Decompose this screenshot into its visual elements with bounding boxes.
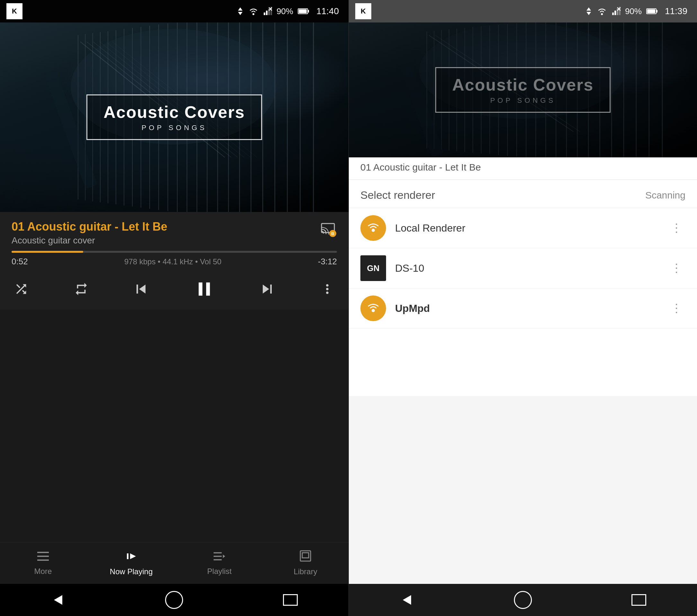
repeat-button[interactable] <box>72 280 91 299</box>
battery-icon-right <box>646 8 658 15</box>
next-button[interactable] <box>257 280 277 299</box>
renderer-item-ds10[interactable]: GN DS-10 ⋮ <box>349 248 697 288</box>
svg-rect-27 <box>213 559 222 560</box>
back-button-right[interactable] <box>396 589 418 611</box>
playlist-nav-icon <box>213 551 225 564</box>
now-playing-screen: K 90% <box>0 0 348 616</box>
album-title-left: Acoustic Covers <box>103 103 245 122</box>
nav-library[interactable]: Library <box>286 550 325 576</box>
more-options-button[interactable] <box>318 280 337 299</box>
home-button-right[interactable] <box>512 589 534 611</box>
broadcast-icon-upmpd <box>366 301 381 316</box>
renderer-list: Local Renderer ⋮ GN DS-10 ⋮ UpMpd ⋮ <box>349 208 697 396</box>
more-vert-icon <box>320 282 335 297</box>
ds10-more[interactable]: ⋮ <box>667 258 685 278</box>
renderer-header: Select renderer Scanning <box>349 180 697 208</box>
album-art-right: Acoustic Covers POP SONGS <box>349 22 697 157</box>
track-artist: Acoustic guitar cover <box>12 236 167 246</box>
local-renderer-name: Local Renderer <box>395 222 667 234</box>
upmpd-more[interactable]: ⋮ <box>667 298 685 318</box>
renderer-item-local[interactable]: Local Renderer ⋮ <box>349 208 697 248</box>
renderer-title: Select renderer <box>360 189 435 201</box>
svg-rect-36 <box>614 11 616 15</box>
upmpd-avatar <box>360 296 386 321</box>
nav-icon <box>237 7 244 16</box>
progress-fill <box>12 251 83 253</box>
recents-button-right[interactable] <box>628 589 650 611</box>
svg-rect-23 <box>37 559 49 561</box>
shuffle-icon <box>14 282 29 297</box>
svg-rect-21 <box>37 552 49 553</box>
scanning-status: Scanning <box>645 190 685 201</box>
bitrate-info: 978 kbps • 44.1 kHz • Vol 50 <box>124 257 221 266</box>
album-subtitle-left: POP SONGS <box>103 124 245 132</box>
time-left: 11:40 <box>316 6 339 16</box>
svg-marker-50 <box>403 595 411 605</box>
system-nav-left <box>0 584 348 616</box>
ds10-name: DS-10 <box>395 262 667 274</box>
app-icon-left[interactable]: K <box>6 3 23 19</box>
home-circle-right <box>514 591 532 609</box>
album-title-right: Acoustic Covers <box>452 75 594 94</box>
svg-marker-31 <box>54 595 62 605</box>
bottom-nav: More Now Playing Playlist <box>0 542 348 584</box>
progress-bar[interactable] <box>12 251 337 253</box>
wifi-icon-right <box>597 7 607 15</box>
library-nav-icon <box>300 550 311 565</box>
battery-icon-left <box>298 8 309 15</box>
svg-rect-25 <box>213 552 222 553</box>
battery-text-right: 90% <box>625 6 642 16</box>
svg-rect-24 <box>127 553 129 559</box>
now-playing-nav-icon <box>125 550 137 565</box>
svg-rect-26 <box>213 556 222 557</box>
album-subtitle-right: POP SONGS <box>452 96 594 105</box>
track-info: 01 Acoustic guitar - Let It Be Acoustic … <box>0 212 348 251</box>
back-icon-left <box>51 592 65 607</box>
svg-point-48 <box>372 229 375 232</box>
app-icon-right[interactable]: K <box>355 3 371 19</box>
more-nav-icon <box>37 551 49 564</box>
skip-next-icon <box>258 280 276 298</box>
svg-rect-35 <box>612 13 614 15</box>
cast-badge: B <box>329 230 336 237</box>
recents-square-right <box>632 594 646 606</box>
time-elapsed: 0:52 <box>12 257 28 267</box>
pause-icon <box>193 278 216 300</box>
status-icons-right: 90% 11:39 <box>585 6 687 16</box>
more-nav-label: More <box>34 567 52 576</box>
progress-section: 0:52 978 kbps • 44.1 kHz • Vol 50 -3:12 <box>0 251 348 270</box>
wifi-icon <box>248 7 258 15</box>
svg-marker-28 <box>223 554 225 558</box>
play-pause-button[interactable] <box>191 276 217 302</box>
nav-now-playing[interactable]: Now Playing <box>110 550 152 576</box>
svg-rect-11 <box>299 9 307 13</box>
status-bar-left: K 90% <box>0 0 348 22</box>
status-bar-right: K 90% <box>349 0 697 22</box>
local-renderer-more[interactable]: ⋮ <box>667 218 685 238</box>
back-button-left[interactable] <box>47 589 69 611</box>
local-renderer-avatar <box>360 215 386 241</box>
recents-button-left[interactable] <box>279 589 301 611</box>
signal-icon-right <box>611 7 621 16</box>
time-right: 11:39 <box>665 6 687 16</box>
recents-square-left <box>283 594 298 606</box>
cast-button[interactable]: B <box>319 220 337 238</box>
nav-more[interactable]: More <box>24 551 62 576</box>
nav-icon-right <box>585 7 592 16</box>
shuffle-button[interactable] <box>12 280 31 299</box>
renderer-item-upmpd[interactable]: UpMpd ⋮ <box>349 288 697 329</box>
system-nav-right <box>349 584 697 616</box>
ds10-avatar: GN <box>360 255 386 281</box>
home-button-left[interactable] <box>163 589 185 611</box>
svg-point-49 <box>372 309 375 312</box>
broadcast-icon-local <box>366 221 381 236</box>
svg-point-34 <box>601 13 603 15</box>
prev-button[interactable] <box>131 280 151 299</box>
playback-controls <box>0 270 348 310</box>
svg-point-2 <box>252 13 254 15</box>
nav-playlist[interactable]: Playlist <box>200 551 239 576</box>
svg-rect-43 <box>647 9 655 13</box>
back-icon-right <box>400 592 414 607</box>
svg-marker-32 <box>587 7 591 11</box>
skip-prev-icon <box>132 280 150 298</box>
